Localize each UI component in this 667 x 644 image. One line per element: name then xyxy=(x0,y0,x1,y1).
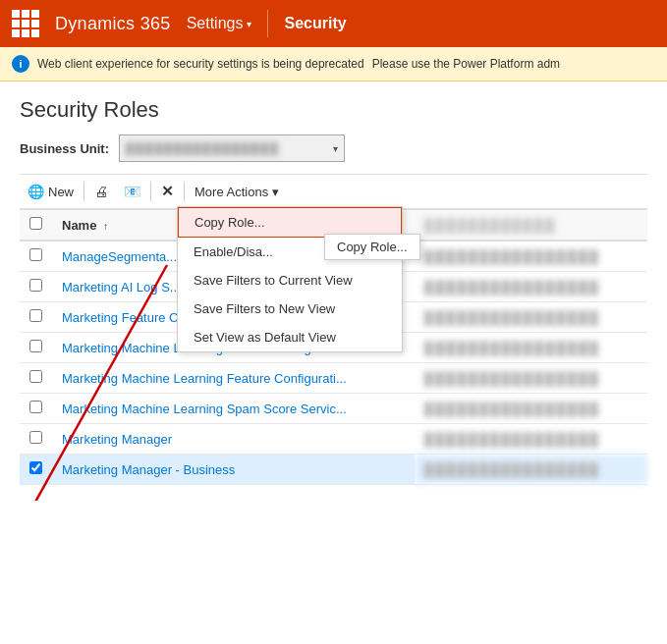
row-checkbox[interactable] xyxy=(29,279,42,292)
delete-icon: ✕ xyxy=(161,183,174,200)
more-actions-button[interactable]: More Actions ▾ xyxy=(187,181,287,203)
row-checkbox[interactable] xyxy=(29,248,42,261)
nav-separator xyxy=(267,10,268,37)
set-view-default-menu-item[interactable]: Set View as Default View xyxy=(178,323,402,351)
row-name-cell[interactable]: Marketing Machine Learning Spam Score Se… xyxy=(52,394,415,424)
row-checkbox[interactable] xyxy=(29,340,42,352)
save-filters-current-menu-item[interactable]: Save Filters to Current View xyxy=(178,266,402,295)
row-name-link[interactable]: Marketing Manager xyxy=(62,432,172,447)
save-filters-new-menu-item[interactable]: Save Filters to New View xyxy=(178,295,402,323)
toolbar-separator-1 xyxy=(83,182,84,201)
banner-suffix: Please use the Power Platform adm xyxy=(372,57,560,71)
row-name-link[interactable]: Marketing Machine Learning Spam Score Se… xyxy=(62,402,347,416)
row-checkbox[interactable] xyxy=(29,431,42,444)
row-checkbox-cell[interactable] xyxy=(20,363,52,394)
row-checkbox[interactable] xyxy=(29,309,42,322)
row-blurred-cell: ████████████████ xyxy=(415,394,647,424)
delete-button[interactable]: ✕ xyxy=(153,179,182,204)
table-row: Marketing Machine Learning Feature Confi… xyxy=(20,363,647,394)
toolbar-separator-3 xyxy=(184,182,185,201)
business-unit-row: Business Unit: ████████████████ ▾ xyxy=(20,134,647,162)
email-icon: 📧 xyxy=(124,184,140,199)
row-name-link[interactable]: Marketing Machine Learning Feature Confi… xyxy=(62,371,347,386)
more-actions-label: More Actions xyxy=(195,185,268,199)
waffle-menu[interactable] xyxy=(12,10,39,37)
page-title: Security Roles xyxy=(20,97,647,123)
table-row: Marketing Machine Learning Spam Score Se… xyxy=(20,394,647,424)
row-name-link[interactable]: Marketing AI Log S... xyxy=(62,280,181,295)
row-checkbox-cell[interactable] xyxy=(20,333,52,363)
business-unit-select[interactable]: ████████████████ ▾ xyxy=(119,134,345,162)
table-header-blurred: ████████████ xyxy=(415,210,647,242)
print-icon: 🖨 xyxy=(94,184,108,199)
row-checkbox-cell[interactable] xyxy=(20,241,52,272)
info-banner: i Web client experience for security set… xyxy=(0,47,667,81)
row-blurred-cell: ████████████████ xyxy=(415,302,647,333)
table-header-checkbox[interactable] xyxy=(20,210,52,242)
row-name-cell[interactable]: Marketing Manager - Business xyxy=(52,455,415,485)
select-all-checkbox[interactable] xyxy=(29,217,42,230)
business-unit-label: Business Unit: xyxy=(20,141,109,156)
more-actions-dropdown: Copy Role... Enable/Disa... Save Filters… xyxy=(177,206,403,352)
row-checkbox-cell[interactable] xyxy=(20,272,52,302)
row-checkbox[interactable] xyxy=(29,401,42,413)
row-blurred-cell: ████████████████ xyxy=(415,272,647,302)
row-checkbox[interactable] xyxy=(29,461,42,474)
banner-message: Web client experience for security setti… xyxy=(37,57,364,71)
print-button[interactable]: 🖨 xyxy=(86,180,116,203)
bu-select-value: ████████████████ xyxy=(126,142,280,154)
new-label: New xyxy=(48,185,74,199)
copy-role-tooltip: Copy Role... xyxy=(324,234,420,260)
row-blurred-cell: ████████████████ xyxy=(415,424,647,455)
top-nav: Dynamics 365 Settings Security xyxy=(0,0,667,47)
email-button[interactable]: 📧 xyxy=(116,180,148,203)
settings-label: Settings xyxy=(187,15,244,32)
row-checkbox-cell[interactable] xyxy=(20,424,52,455)
new-button[interactable]: New xyxy=(20,180,82,203)
row-name-cell[interactable]: Marketing Manager xyxy=(52,424,415,455)
row-blurred-cell: ████████████████ xyxy=(415,363,647,394)
row-blurred-cell: ████████████████ xyxy=(415,455,647,485)
row-name-link[interactable]: ManageSegmenta... xyxy=(62,249,177,264)
info-icon: i xyxy=(12,55,29,73)
more-actions-chevron-icon: ▾ xyxy=(272,185,279,199)
new-icon xyxy=(28,184,44,199)
bu-select-arrow-icon: ▾ xyxy=(333,143,338,154)
row-blurred-cell: ████████████████ xyxy=(415,241,647,272)
security-label: Security xyxy=(284,15,346,32)
table-row: Marketing Manager - Business████████████… xyxy=(20,455,647,485)
settings-chevron-icon xyxy=(247,19,251,29)
row-name-link[interactable]: Marketing Manager - Business xyxy=(62,462,235,477)
row-blurred-cell: ████████████████ xyxy=(415,333,647,363)
row-checkbox[interactable] xyxy=(29,370,42,383)
table-row: Marketing Manager████████████████ xyxy=(20,424,647,455)
row-checkbox-cell[interactable] xyxy=(20,455,52,485)
row-checkbox-cell[interactable] xyxy=(20,394,52,424)
toolbar-separator-2 xyxy=(150,182,151,201)
settings-nav[interactable]: Settings xyxy=(187,15,252,32)
row-checkbox-cell[interactable] xyxy=(20,302,52,333)
sort-asc-icon: ↑ xyxy=(103,221,108,232)
app-title: Dynamics 365 xyxy=(55,14,171,34)
toolbar: New 🖨 📧 ✕ More Actions ▾ Copy Role... En… xyxy=(20,174,647,209)
row-name-cell[interactable]: Marketing Machine Learning Feature Confi… xyxy=(52,363,415,394)
